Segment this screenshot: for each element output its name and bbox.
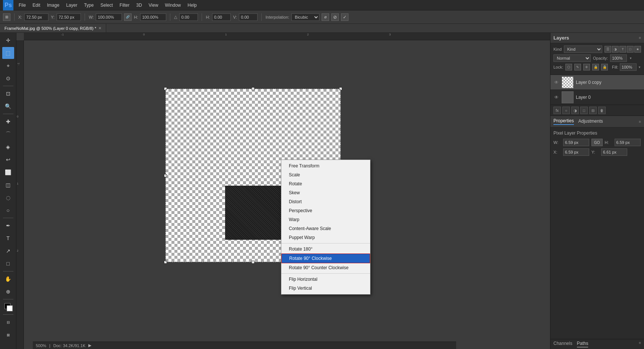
fill-arrow[interactable]: ▼ (638, 66, 641, 69)
tab-properties[interactable]: Properties (553, 118, 574, 125)
dodge-tool[interactable]: ○ (2, 204, 14, 216)
menu-edit[interactable]: Edit (29, 1, 43, 9)
fill-input[interactable] (620, 63, 637, 71)
menu-filter[interactable]: Filter (117, 1, 133, 9)
cancel-transform-icon[interactable]: ⊘ (331, 13, 339, 21)
layer-visibility-1[interactable]: 👁 (553, 94, 559, 100)
menu-layer[interactable]: Layer (63, 1, 80, 9)
foreground-color[interactable] (2, 301, 14, 313)
layer-adj-icon[interactable]: ◑ (571, 107, 579, 114)
tab-close-button[interactable]: ✕ (98, 26, 101, 30)
layer-delete-icon[interactable]: 🗑 (598, 107, 606, 114)
crop-tool[interactable]: ⊡ (2, 88, 14, 100)
lasso-tool[interactable]: ⌖ (2, 60, 14, 72)
x-input[interactable] (24, 13, 48, 21)
transform-handle-ml[interactable] (164, 174, 167, 177)
blend-mode-select[interactable]: Normal (553, 54, 591, 62)
ctx-warp[interactable]: Warp (281, 215, 370, 224)
ctx-perspective[interactable]: Perspective (281, 206, 370, 215)
kind-select[interactable]: Kind (564, 45, 602, 53)
menu-view[interactable]: View (146, 1, 161, 9)
menu-image[interactable]: Image (44, 1, 62, 9)
blur-tool[interactable]: ◌ (2, 192, 14, 204)
selection-tool[interactable]: ⬚ (2, 47, 14, 59)
transform-handle-tl[interactable] (164, 87, 167, 90)
quick-select-tool[interactable]: ⊙ (2, 72, 14, 84)
opacity-input[interactable] (610, 54, 627, 62)
v-input[interactable] (239, 13, 258, 21)
tab-paths[interactable]: Paths (577, 341, 588, 348)
clone-tool[interactable]: ◈ (2, 141, 14, 153)
ctx-free-transform[interactable]: Free Transform (281, 161, 370, 170)
ctx-skew[interactable]: Skew (281, 188, 370, 197)
ctx-flip-vertical[interactable]: Flip Vertical (281, 284, 370, 293)
brush-tool[interactable]: ⌒ (2, 128, 14, 140)
lock-move-icon[interactable]: ✛ (583, 64, 590, 70)
layer-visibility-0[interactable]: 👁 (553, 79, 559, 85)
lock-all-icon[interactable]: 🔒 (601, 64, 608, 70)
h2-input[interactable] (212, 13, 231, 21)
plp-go-w[interactable]: GO (591, 139, 603, 146)
screen-mode[interactable]: ⊠ (2, 329, 14, 341)
filter-smart-icon[interactable]: ★ (634, 46, 641, 53)
layer-item-1[interactable]: 👁 Layer 0 (550, 90, 644, 105)
document-tab[interactable]: FrameNoMat.jpg @ 500% (Layer 0 copy, RGB… (0, 24, 106, 32)
transform-handle-bl[interactable] (164, 261, 167, 264)
menu-3d[interactable]: 3D (133, 1, 145, 9)
filter-type-icon[interactable]: T (619, 46, 626, 53)
filter-shape-icon[interactable]: □ (627, 46, 634, 53)
ctx-rotate-180[interactable]: Rotate 180° (281, 245, 370, 254)
gradient-tool[interactable]: ◫ (2, 179, 14, 191)
lock-pixels-icon[interactable]: ⬡ (565, 64, 572, 70)
properties-collapse[interactable]: ≡ (639, 120, 641, 124)
lock-position-icon[interactable]: ✎ (574, 64, 581, 70)
eraser-tool[interactable]: ⬜ (2, 166, 14, 178)
ctx-scale[interactable]: Scale (281, 170, 370, 179)
h-input[interactable] (140, 13, 166, 21)
menu-type[interactable]: Type (81, 1, 97, 9)
shape-tool[interactable]: □ (2, 258, 14, 270)
layer-copy-icon[interactable]: ⊟ (589, 107, 597, 114)
plp-y-input[interactable] (601, 148, 627, 156)
rotate-input[interactable] (179, 13, 198, 21)
move-tool[interactable]: ✛ (2, 34, 14, 46)
interpolation-select[interactable]: Bicubic (291, 13, 319, 21)
transform-handle-tr[interactable] (339, 87, 342, 90)
eyedropper-tool[interactable]: 🔍 (2, 100, 14, 112)
bottom-panel-collapse[interactable]: ≡ (639, 341, 641, 348)
menu-select[interactable]: Select (97, 1, 116, 9)
zoom-tool[interactable]: ⊕ (2, 286, 14, 298)
link-icon[interactable]: 🔗 (124, 13, 132, 21)
layer-group-icon[interactable]: □ (580, 107, 588, 114)
plp-w-input[interactable] (563, 139, 589, 146)
menu-window[interactable]: Window (162, 1, 184, 9)
history-brush[interactable]: ↩ (2, 154, 14, 166)
hand-tool[interactable]: ✋ (2, 273, 14, 285)
transform-handle-tm[interactable] (252, 87, 255, 90)
plp-x-input[interactable] (563, 148, 589, 156)
layer-fx-icon[interactable]: fx (553, 107, 561, 114)
ctx-content-aware-scale[interactable]: Content-Aware Scale (281, 224, 370, 233)
tab-channels[interactable]: Channels (553, 341, 572, 348)
commit-transform-icon[interactable]: ✓ (341, 13, 348, 21)
filter-pixel-icon[interactable]: ☰ (604, 46, 611, 53)
path-select-tool[interactable]: ↗ (2, 245, 14, 257)
ctx-flip-horizontal[interactable]: Flip Horizontal (281, 275, 370, 284)
transform-mode-icon[interactable]: ⊞ (3, 13, 10, 21)
ctx-rotate[interactable]: Rotate (281, 179, 370, 188)
layer-mask-icon[interactable]: ○ (562, 107, 570, 114)
filter-adj-icon[interactable]: ◑ (612, 46, 619, 53)
ctx-puppet-warp[interactable]: Puppet Warp (281, 233, 370, 242)
w-input[interactable] (96, 13, 122, 21)
plp-h-input[interactable] (615, 139, 641, 146)
tab-adjustments[interactable]: Adjustments (578, 119, 603, 125)
layers-collapse-icon[interactable]: ≡ (639, 36, 641, 40)
warp-icon[interactable]: ⌀ (322, 13, 329, 21)
pen-tool[interactable]: ✒ (2, 220, 14, 232)
ctx-distort[interactable]: Distort (281, 197, 370, 206)
opacity-arrow[interactable]: ▼ (629, 57, 632, 60)
layer-item-0[interactable]: 👁 Layer 0 copy (550, 75, 644, 90)
menu-file[interactable]: File (16, 1, 29, 9)
transform-handle-bm[interactable] (252, 261, 255, 264)
menu-help[interactable]: Help (184, 1, 200, 9)
